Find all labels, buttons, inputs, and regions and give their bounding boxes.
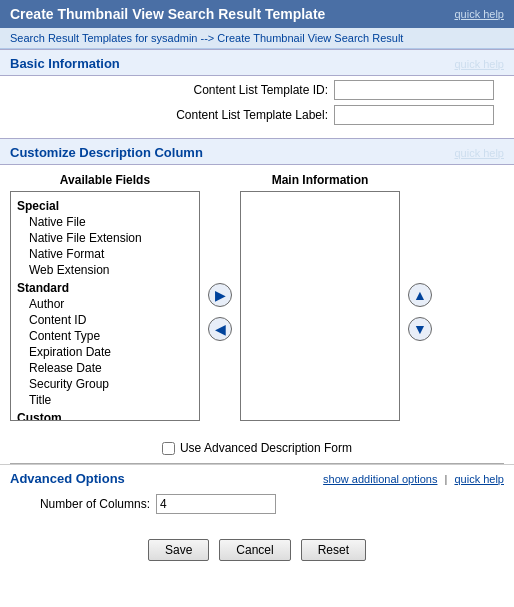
show-additional-options-link[interactable]: show additional options (323, 473, 437, 485)
advanced-section: Advanced Options show additional options… (0, 464, 514, 529)
page-title: Create Thumbnail View Search Result Temp… (10, 6, 325, 22)
list-item[interactable]: Special (15, 198, 195, 214)
breadcrumb: Search Result Templates for sysadmin -->… (0, 28, 514, 49)
customize-header: Customize Description Column quick help (0, 138, 514, 165)
advanced-title: Advanced Options (10, 471, 125, 486)
available-fields-header: Available Fields (60, 173, 150, 187)
reset-button[interactable]: Reset (301, 539, 366, 561)
move-down-button[interactable]: ▼ (408, 317, 432, 341)
advanced-description-checkbox[interactable] (162, 442, 175, 455)
header-quick-help[interactable]: quick help (454, 8, 504, 20)
num-columns-row: Number of Columns: (20, 494, 494, 514)
list-item[interactable]: Custom (15, 410, 195, 421)
template-label-input[interactable] (334, 105, 494, 125)
list-item[interactable]: Native File (15, 214, 195, 230)
basic-info-header: Basic Information quick help (0, 49, 514, 76)
list-item[interactable]: Native Format (15, 246, 195, 262)
advanced-quick-help[interactable]: quick help (454, 473, 504, 485)
main-info-header: Main Information (272, 173, 369, 187)
template-id-input[interactable] (334, 80, 494, 100)
num-columns-input[interactable] (156, 494, 276, 514)
basic-info-quick-help[interactable]: quick help (454, 58, 504, 70)
advanced-header: Advanced Options show additional options… (0, 465, 514, 490)
right-arrow-column: ▶ ◀ (208, 197, 232, 427)
list-item[interactable]: Web Extension (15, 262, 195, 278)
page-header: Create Thumbnail View Search Result Temp… (0, 0, 514, 28)
advanced-description-label: Use Advanced Description Form (180, 441, 352, 455)
list-item[interactable]: Content ID (15, 312, 195, 328)
num-columns-label: Number of Columns: (20, 497, 150, 511)
main-info-listbox[interactable] (240, 191, 400, 421)
link-separator: | (445, 473, 451, 485)
list-item[interactable]: Security Group (15, 376, 195, 392)
save-button[interactable]: Save (148, 539, 209, 561)
template-label-row: Content List Template Label: (20, 105, 494, 125)
checkbox-row: Use Advanced Description Form (0, 435, 514, 463)
list-item[interactable]: Title (15, 392, 195, 408)
basic-info-title: Basic Information (10, 56, 120, 71)
button-row: Save Cancel Reset (0, 529, 514, 575)
list-item[interactable]: Native File Extension (15, 230, 195, 246)
main-info-column: Main Information (240, 173, 400, 421)
template-label-label: Content List Template Label: (148, 108, 328, 122)
cancel-button[interactable]: Cancel (219, 539, 290, 561)
advanced-links: show additional options | quick help (323, 473, 504, 485)
list-item[interactable]: Release Date (15, 360, 195, 376)
template-id-row: Content List Template ID: (20, 80, 494, 100)
list-item[interactable]: Standard (15, 280, 195, 296)
customize-quick-help[interactable]: quick help (454, 147, 504, 159)
list-item[interactable]: Content Type (15, 328, 195, 344)
updown-arrow-column: ▲ ▼ (408, 197, 432, 427)
advanced-form: Number of Columns: (0, 490, 514, 529)
columns-area: Available Fields Special Native File Nat… (0, 165, 514, 435)
list-item[interactable]: Expiration Date (15, 344, 195, 360)
move-left-button[interactable]: ◀ (208, 317, 232, 341)
move-right-button[interactable]: ▶ (208, 283, 232, 307)
customize-title: Customize Description Column (10, 145, 203, 160)
basic-info-form: Content List Template ID: Content List T… (0, 76, 514, 138)
available-fields-column: Available Fields Special Native File Nat… (10, 173, 200, 421)
list-item[interactable]: Author (15, 296, 195, 312)
template-id-label: Content List Template ID: (148, 83, 328, 97)
move-up-button[interactable]: ▲ (408, 283, 432, 307)
available-fields-listbox[interactable]: Special Native File Native File Extensio… (10, 191, 200, 421)
